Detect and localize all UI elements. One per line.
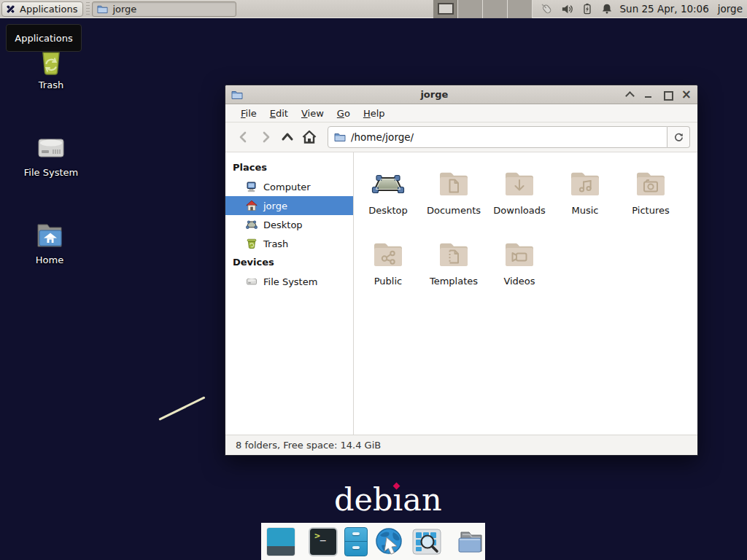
file-item-desktop[interactable]: Desktop — [355, 160, 421, 230]
notifications-bell-icon[interactable] — [601, 3, 613, 15]
file-item-public[interactable]: Public — [355, 230, 421, 301]
trash-mini-icon — [246, 238, 258, 249]
sidebar-item-computer[interactable]: Computer — [225, 177, 353, 196]
drive-mini-icon — [246, 276, 258, 287]
menu-go[interactable]: Go — [330, 106, 357, 121]
menu-edit[interactable]: Edit — [263, 106, 295, 121]
file-item-videos[interactable]: Videos — [487, 230, 552, 301]
sidebar: Places Computer jorge Desktop Trash — [225, 152, 354, 435]
maximize-button[interactable] — [662, 90, 672, 99]
dock-show-desktop-button[interactable] — [266, 526, 295, 557]
file-label: Downloads — [493, 205, 545, 216]
up-button[interactable] — [276, 126, 298, 148]
home-folder-icon — [32, 217, 67, 252]
forward-button[interactable] — [255, 126, 276, 148]
videos-folder-icon — [502, 236, 537, 271]
back-button[interactable] — [233, 126, 255, 148]
workspace-3[interactable] — [483, 0, 508, 18]
dock-folder-icon — [455, 526, 486, 557]
minimize-button[interactable] — [643, 90, 653, 99]
terminal-icon: >_ — [309, 527, 338, 556]
desktop-icon-label: Trash — [7, 79, 95, 90]
computer-icon — [246, 181, 258, 192]
music-folder-icon — [568, 166, 603, 201]
path-text: /home/jorge/ — [351, 131, 414, 143]
dock-web-browser-button[interactable] — [374, 526, 405, 557]
file-item-downloads[interactable]: Downloads — [487, 160, 552, 230]
dock-file-manager-button[interactable] — [344, 526, 368, 557]
applications-menu-button[interactable]: Applications — [1, 1, 83, 17]
hard-drive-icon — [34, 130, 69, 165]
shade-button[interactable] — [624, 90, 634, 99]
path-bar[interactable]: /home/jorge/ — [328, 126, 667, 148]
dock-folder-button[interactable] — [455, 526, 486, 557]
sidebar-header-places: Places — [225, 158, 353, 177]
taskbar-button-jorge[interactable]: jorge — [92, 1, 236, 17]
reload-button[interactable] — [667, 126, 690, 148]
workspace-1[interactable] — [433, 0, 458, 18]
file-item-documents[interactable]: Documents — [421, 160, 487, 230]
window-folder-icon — [231, 89, 244, 101]
workspace-4[interactable] — [508, 0, 533, 18]
workspace-2[interactable] — [458, 0, 483, 18]
file-label: Templates — [430, 276, 478, 287]
file-item-templates[interactable]: Templates — [421, 230, 487, 301]
templates-folder-icon — [436, 236, 471, 271]
home-icon — [246, 200, 258, 211]
menu-help[interactable]: Help — [357, 106, 392, 121]
file-label: Music — [572, 205, 599, 216]
file-manager-window: jorge × File Edit View Go Help — [225, 85, 698, 456]
home-button[interactable] — [298, 126, 320, 148]
panel-clock[interactable]: Sun 25 Apr, 10:06 — [620, 3, 709, 15]
desktop-mini-icon — [246, 219, 258, 230]
desktop-icon-file-system[interactable]: File System — [7, 130, 95, 178]
taskbar-folder-icon — [97, 4, 108, 15]
window-title: jorge — [244, 89, 624, 100]
menu-file[interactable]: File — [234, 106, 263, 121]
statusbar-text: 8 folders, Free space: 14.4 GiB — [236, 440, 381, 451]
dock: >_ — [261, 523, 485, 560]
workspace-window-preview — [438, 3, 454, 15]
file-label: Desktop — [368, 205, 408, 216]
sidebar-item-label: File System — [263, 276, 317, 287]
sidebar-item-label: Desktop — [263, 219, 303, 230]
debian-logo: debıan — [334, 481, 442, 518]
file-label: Videos — [503, 276, 535, 287]
show-desktop-icon — [266, 527, 295, 556]
file-label: Documents — [427, 205, 481, 216]
dock-app-finder-button[interactable] — [411, 526, 442, 557]
desktop: debıan Trash — [0, 0, 747, 560]
volume-icon[interactable] — [561, 3, 573, 15]
debian-logo-text: deb — [334, 481, 393, 518]
sidebar-item-trash[interactable]: Trash — [225, 234, 353, 253]
downloads-folder-icon — [502, 166, 537, 201]
menu-view[interactable]: View — [295, 106, 330, 121]
sidebar-item-jorge[interactable]: jorge — [225, 196, 353, 215]
file-item-pictures[interactable]: Pictures — [618, 160, 684, 230]
toolbar: /home/jorge/ — [225, 122, 697, 152]
file-cabinet-icon — [344, 527, 368, 556]
applications-tooltip: Applications — [6, 24, 82, 52]
stray-mark — [158, 396, 205, 420]
documents-folder-icon — [436, 166, 471, 201]
sidebar-item-desktop[interactable]: Desktop — [225, 215, 353, 234]
workspace-switcher — [433, 0, 533, 18]
file-item-music[interactable]: Music — [552, 160, 618, 230]
sidebar-item-label: Trash — [263, 238, 288, 249]
sidebar-header-devices: Devices — [225, 253, 353, 272]
battery-charging-icon[interactable] — [581, 3, 593, 15]
window-titlebar[interactable]: jorge × — [225, 85, 697, 104]
sidebar-item-file-system[interactable]: File System — [225, 272, 353, 291]
system-tray — [540, 2, 613, 15]
desktop-icon-label: Home — [6, 254, 93, 265]
close-button[interactable]: × — [681, 90, 692, 99]
menubar: File Edit View Go Help — [225, 104, 697, 122]
desktop-icon-home[interactable]: Home — [6, 217, 93, 265]
pictures-folder-icon — [633, 166, 668, 201]
panel-handle[interactable] — [85, 2, 90, 15]
desktop-folder-icon — [371, 166, 406, 201]
dock-terminal-button[interactable]: >_ — [309, 526, 338, 557]
statusbar: 8 folders, Free space: 14.4 GiB — [225, 435, 697, 455]
input-device-icon[interactable] — [540, 2, 553, 15]
applications-menu-label: Applications — [20, 4, 77, 15]
